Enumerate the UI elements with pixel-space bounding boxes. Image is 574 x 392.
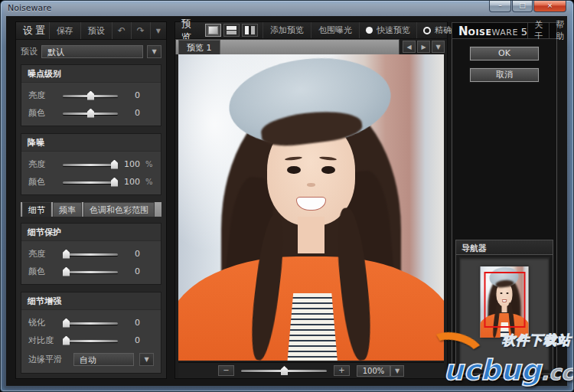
window-controls: – □ × xyxy=(488,1,566,12)
navigator-thumbnail[interactable] xyxy=(481,266,529,338)
close-icon: × xyxy=(547,2,553,9)
undo-icon: ↶ xyxy=(118,25,126,36)
bracketing-button[interactable]: 包围曝光 xyxy=(311,22,359,38)
preset-select[interactable]: 默认 xyxy=(41,45,143,58)
ok-button[interactable]: OK xyxy=(470,47,539,60)
quick-preview-radio[interactable]: 快速预览 xyxy=(359,22,416,38)
help-button[interactable]: 帮助 xyxy=(549,23,570,38)
tab-list-button[interactable]: ▼ xyxy=(432,41,445,53)
tab-frequency[interactable]: 频率 xyxy=(53,202,82,217)
tab-detail[interactable]: 细节 xyxy=(22,202,51,217)
noise-reduction-title: 降噪 xyxy=(21,134,161,152)
add-preview-button[interactable]: 添加预览 xyxy=(263,22,311,38)
slider-row-sharpening: 锐化 0 xyxy=(21,314,161,332)
preset-menu-button[interactable]: ▼ xyxy=(150,22,166,39)
maximize-button[interactable]: □ xyxy=(512,1,533,12)
settings-tabbar: 细节 频率 色调和色彩范围 xyxy=(21,202,161,217)
minus-icon: − xyxy=(223,366,229,374)
luminance-protection-slider[interactable] xyxy=(63,250,118,259)
tab-scroll-right-button[interactable]: ▶ xyxy=(417,41,430,53)
zoom-level-value[interactable]: 100% xyxy=(357,365,390,377)
window-title: Noiseware xyxy=(8,3,51,13)
brand-header: NOISEWARE5 关于 帮助 xyxy=(452,22,557,39)
navigator-view-rectangle[interactable] xyxy=(484,272,526,328)
preview-tab-1[interactable]: 预览 1 xyxy=(178,40,220,54)
contrast-slider[interactable] xyxy=(63,336,118,345)
edge-smoothing-dropdown-button[interactable]: ▼ xyxy=(139,353,154,366)
slider-thumb[interactable] xyxy=(63,267,70,276)
slider-thumb[interactable] xyxy=(63,250,70,259)
cancel-button[interactable]: 取消 xyxy=(470,68,539,82)
minimize-icon: – xyxy=(498,2,502,9)
undo-button[interactable]: ↶ xyxy=(112,22,131,39)
edge-smoothing-row: 边缘平滑 自动 ▼ xyxy=(21,349,161,369)
settings-title: 设置 xyxy=(16,24,49,38)
color-reduction-slider[interactable] xyxy=(63,178,118,187)
horizontal-split-icon xyxy=(227,26,236,34)
zoom-slider[interactable] xyxy=(241,366,327,375)
zoom-out-button[interactable]: − xyxy=(218,365,234,376)
brand-logo: NOISEWARE5 xyxy=(452,24,527,38)
tab-scroll-left-button[interactable]: ◀ xyxy=(403,41,416,53)
brand-oise: OISE xyxy=(468,28,492,38)
detail-enhancement-section: 细节增强 锐化 0 对比度 0 边缘平滑 自动 ▼ xyxy=(21,292,161,374)
tab-tonal-color-range[interactable]: 色调和色彩范围 xyxy=(83,202,155,217)
chevron-down-icon: ▼ xyxy=(395,368,400,374)
edge-smoothing-select[interactable]: 自动 xyxy=(73,353,134,366)
slider-thumb[interactable] xyxy=(87,109,94,118)
titlebar[interactable]: Noiseware – □ × xyxy=(1,1,573,16)
navigator-title: 导航器 xyxy=(456,240,553,255)
brand-version: 5 xyxy=(521,26,527,38)
slider-row-color-protection: 颜色 0 xyxy=(21,263,161,280)
brand-n: N xyxy=(458,24,468,38)
preview-tabstrip: 预览 1 ◀ ▶ ▼ xyxy=(175,39,447,54)
maximize-icon: □ xyxy=(519,2,526,9)
slider-label: 对比度 xyxy=(28,335,57,346)
slider-unit: % xyxy=(145,160,154,168)
preset-dropdown-button[interactable]: ▼ xyxy=(147,45,161,58)
slider-unit: % xyxy=(145,178,154,186)
minimize-button[interactable]: – xyxy=(489,1,511,12)
color-protection-slider[interactable] xyxy=(63,267,118,276)
slider-value: 0 xyxy=(123,335,140,345)
preview-tabstrip-background: 预览 1 xyxy=(175,39,400,54)
slider-label: 颜色 xyxy=(28,266,57,277)
zoom-level-dropdown-button[interactable]: ▼ xyxy=(390,365,404,377)
vertical-split-view-button[interactable] xyxy=(242,24,258,37)
redo-button[interactable]: ↷ xyxy=(131,22,150,39)
close-button[interactable]: × xyxy=(533,1,566,12)
detail-protection-title: 细节保护 xyxy=(21,224,161,241)
preview-image-area[interactable] xyxy=(178,54,444,361)
radio-selected-icon xyxy=(366,27,373,34)
luminance-level-slider[interactable] xyxy=(63,91,118,100)
sharpening-slider[interactable] xyxy=(63,318,118,328)
about-button[interactable]: 关于 xyxy=(527,23,549,38)
horizontal-split-view-button[interactable] xyxy=(223,24,240,37)
slider-row-contrast: 对比度 0 xyxy=(21,332,161,349)
luminance-reduction-slider[interactable] xyxy=(63,160,118,169)
slider-row-luminance-level: 亮度 0 xyxy=(21,87,161,104)
navigator-viewport[interactable] xyxy=(459,257,550,371)
slider-label: 锐化 xyxy=(28,317,57,328)
preset-button[interactable]: 预设 xyxy=(80,22,112,39)
slider-thumb[interactable] xyxy=(63,318,70,328)
color-level-slider[interactable] xyxy=(63,109,118,118)
slider-thumb[interactable] xyxy=(87,91,94,100)
chevron-down-icon: ▼ xyxy=(152,48,156,55)
precise-label: 精确 xyxy=(435,24,452,36)
slider-thumb[interactable] xyxy=(111,178,118,187)
slider-thumb[interactable] xyxy=(63,336,70,345)
view-mode-group xyxy=(201,24,263,37)
tabstrip-nav-buttons: ◀ ▶ ▼ xyxy=(400,39,445,54)
single-view-button[interactable] xyxy=(205,24,221,37)
slider-thumb[interactable] xyxy=(111,160,118,169)
detail-enhancement-title: 细节增强 xyxy=(21,292,161,310)
slider-value: 100 xyxy=(123,177,140,187)
arrow-right-icon: ▶ xyxy=(421,44,426,51)
zoom-bar: − + 100% ▼ xyxy=(178,362,444,378)
zoom-in-button[interactable]: + xyxy=(334,365,350,376)
radio-unselected-icon xyxy=(423,27,431,34)
zoom-slider-thumb[interactable] xyxy=(281,366,288,375)
preview-toolbar: 预览 添加预览 包围曝光 快速预览 精确 xyxy=(175,22,447,39)
save-button[interactable]: 保存 xyxy=(49,22,80,39)
